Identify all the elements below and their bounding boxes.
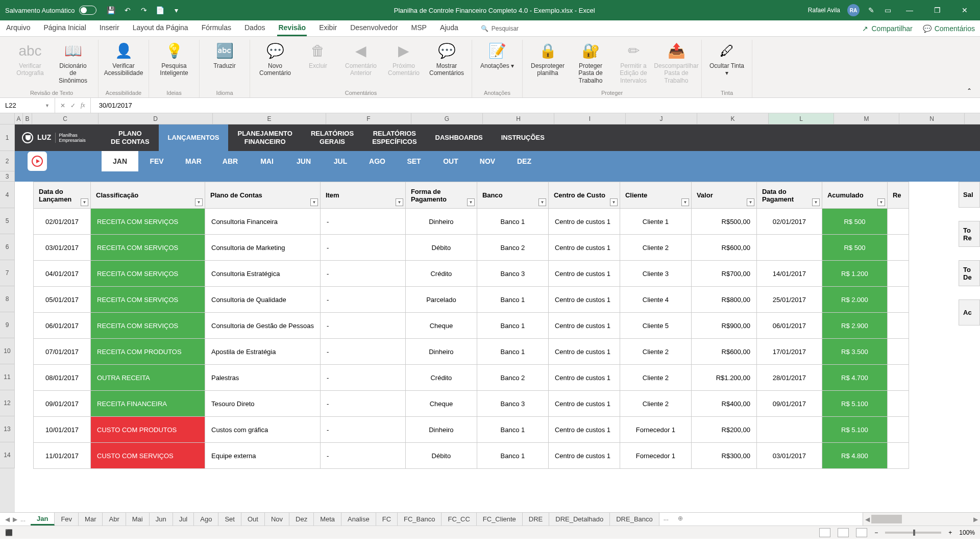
cell-cost-center[interactable]: Centro de custos 1: [548, 339, 620, 365]
cell-extra[interactable]: [887, 391, 909, 417]
cell-value[interactable]: R$600,00: [691, 235, 756, 261]
cell-extra[interactable]: [887, 313, 909, 339]
cell-date[interactable]: 09/01/2017: [34, 391, 91, 417]
cell-value[interactable]: R$900,00: [691, 313, 756, 339]
cell-date[interactable]: 03/01/2017: [34, 235, 91, 261]
sheet-tab[interactable]: Out: [241, 513, 265, 525]
cell-accumulated[interactable]: R$ 5.100: [822, 391, 887, 417]
sheet-tab[interactable]: Jul: [173, 513, 194, 525]
month-tab[interactable]: AGO: [359, 151, 396, 171]
cell-pay-date[interactable]: [756, 235, 822, 261]
sheet-tab[interactable]: Mar: [79, 513, 103, 525]
page-break-view-button[interactable]: [856, 528, 867, 537]
cell-pay-date[interactable]: 17/01/2017: [756, 339, 822, 365]
sheet-tab[interactable]: DRE_Detalhado: [549, 513, 610, 525]
cell-item[interactable]: -: [320, 235, 405, 261]
cell-client[interactable]: Cliente 5: [620, 313, 691, 339]
cell-extra[interactable]: [887, 365, 909, 391]
table-row[interactable]: 09/01/2017 RECEITA FINANCEIRA Tesouro Di…: [34, 391, 909, 417]
cell-plan[interactable]: Consultoria de Marketing: [205, 235, 321, 261]
sheet-content[interactable]: LUZ PlanilhasEmpresariais PLANODE CONTAS…: [15, 124, 980, 512]
sheet-tab[interactable]: Dez: [289, 513, 314, 525]
column-header[interactable]: F: [326, 113, 411, 124]
select-all-corner[interactable]: [0, 113, 15, 124]
cell-classification[interactable]: RECEITA FINANCEIRA: [91, 391, 205, 417]
zoom-level[interactable]: 100%: [959, 529, 975, 536]
column-header[interactable]: M: [834, 113, 899, 124]
ribbon-tab-desenvolvedor[interactable]: Desenvolvedor: [349, 20, 399, 36]
table-header[interactable]: Re: [887, 182, 909, 209]
cell-value[interactable]: R$700,00: [691, 261, 756, 287]
cell-date[interactable]: 02/01/2017: [34, 209, 91, 235]
row-header[interactable]: 3: [0, 171, 15, 182]
cell-date[interactable]: 10/01/2017: [34, 417, 91, 443]
row-header[interactable]: 2: [0, 151, 15, 171]
row-header[interactable]: 1: [0, 124, 15, 151]
cell-pay-date[interactable]: 28/01/2017: [756, 365, 822, 391]
cell-accumulated[interactable]: R$ 1.200: [822, 261, 887, 287]
tab-prev-icon[interactable]: ◀: [5, 516, 10, 523]
cell-date[interactable]: 07/01/2017: [34, 339, 91, 365]
formula-input[interactable]: 30/01/2017: [91, 102, 980, 109]
cell-bank[interactable]: Banco 1: [477, 287, 548, 313]
cell-value[interactable]: R$200,00: [691, 417, 756, 443]
maximize-button[interactable]: ❐: [927, 3, 947, 18]
ribbon-tab-layout-da-página[interactable]: Layout da Página: [132, 20, 189, 36]
row-header[interactable]: 13: [0, 416, 15, 442]
column-header[interactable]: D: [99, 113, 213, 124]
accept-formula-icon[interactable]: ✓: [70, 102, 76, 109]
filter-icon[interactable]: ▼: [310, 198, 318, 206]
nav-item[interactable]: PLANODE CONTAS: [102, 124, 159, 151]
cell-accumulated[interactable]: R$ 5.100: [822, 417, 887, 443]
ribbon-button[interactable]: 🖊Ocultar Tinta ▾: [708, 40, 746, 79]
column-header[interactable]: J: [626, 113, 697, 124]
cell-client[interactable]: Cliente 4: [620, 287, 691, 313]
cell-payment-form[interactable]: Parcelado: [405, 287, 477, 313]
sheet-tab[interactable]: Set: [218, 513, 241, 525]
cell-bank[interactable]: Banco 3: [477, 261, 548, 287]
normal-view-button[interactable]: [819, 528, 830, 537]
month-tab[interactable]: MAI: [249, 151, 285, 171]
sheet-tab[interactable]: Meta: [314, 513, 341, 525]
cell-client[interactable]: Cliente 2: [620, 365, 691, 391]
cell-classification[interactable]: OUTRA RECEITA: [91, 365, 205, 391]
sheet-tab[interactable]: Ago: [194, 513, 218, 525]
chevron-down-icon[interactable]: ▼: [45, 103, 50, 108]
cell-classification[interactable]: CUSTO COM SERVIÇOS: [91, 443, 205, 469]
cell-extra[interactable]: [887, 339, 909, 365]
nav-item[interactable]: INSTRUÇÕES: [492, 124, 554, 151]
row-header[interactable]: 5: [0, 208, 15, 234]
cell-item[interactable]: -: [320, 313, 405, 339]
cell-date[interactable]: 11/01/2017: [34, 443, 91, 469]
name-box[interactable]: L22 ▼: [0, 98, 55, 113]
sheet-tab[interactable]: FC_Cliente: [477, 513, 523, 525]
cell-value[interactable]: R$1.200,00: [691, 365, 756, 391]
scroll-right-icon[interactable]: ▶: [971, 516, 980, 523]
cell-pay-date[interactable]: [756, 417, 822, 443]
cell-pay-date[interactable]: 14/01/2017: [756, 261, 822, 287]
month-tab[interactable]: JUL: [322, 151, 359, 171]
cell-cost-center[interactable]: Centro de custos 1: [548, 313, 620, 339]
sheet-tab[interactable]: FC_Banco: [398, 513, 442, 525]
cell-value[interactable]: R$600,00: [691, 339, 756, 365]
drawing-icon[interactable]: ✎: [867, 6, 876, 15]
ribbon-button[interactable]: 📝Anotações ▾: [478, 40, 516, 71]
cell-classification[interactable]: RECEITA COM SERVIÇOS: [91, 261, 205, 287]
cell-extra[interactable]: [887, 417, 909, 443]
cell-item[interactable]: -: [320, 209, 405, 235]
zoom-out-button[interactable]: −: [874, 529, 878, 536]
sheet-tab[interactable]: FC: [376, 513, 398, 525]
page-layout-view-button[interactable]: [838, 528, 849, 537]
cell-extra[interactable]: [887, 287, 909, 313]
ribbon-tab-página-inicial[interactable]: Página Inicial: [42, 20, 87, 36]
toggle-switch[interactable]: [79, 6, 96, 15]
nav-item[interactable]: DASHBOARDS: [426, 124, 492, 151]
close-button[interactable]: ✕: [954, 3, 975, 18]
table-row[interactable]: 04/01/2017 RECEITA COM SERVIÇOS Consulto…: [34, 261, 909, 287]
cell-plan[interactable]: Consultoria Financeira: [205, 209, 321, 235]
column-header[interactable]: C: [32, 113, 99, 124]
cell-cost-center[interactable]: Centro de custos 1: [548, 287, 620, 313]
ribbon-button[interactable]: 🔒Desproteger planilha: [529, 40, 567, 86]
cell-accumulated[interactable]: R$ 4.800: [822, 443, 887, 469]
cell-item[interactable]: -: [320, 261, 405, 287]
